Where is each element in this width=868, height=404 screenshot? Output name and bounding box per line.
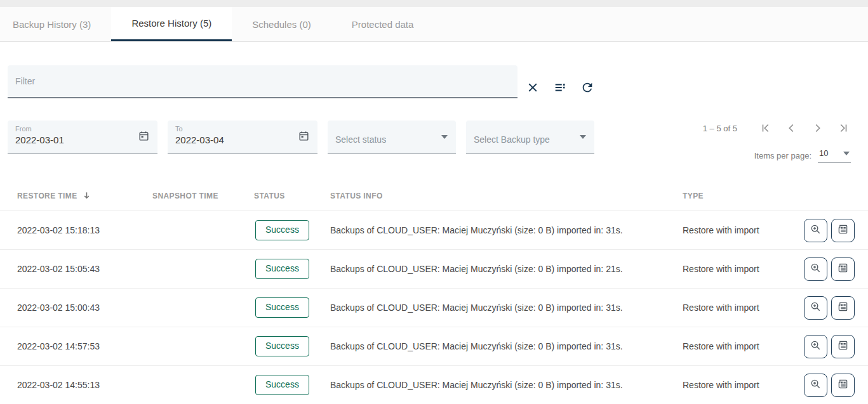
log-report-button[interactable] [831,296,855,320]
cell-type: Restore with import [683,341,792,351]
cell-status: Success [254,220,330,240]
cell-status-info: Backups of CLOUD_USER: Maciej Muczyński … [330,225,683,235]
log-report-button[interactable] [831,335,855,358]
items-per-page-select[interactable]: 10 [818,148,851,163]
to-date-field[interactable]: To 2022-03-04 [168,121,317,154]
cell-actions [792,374,868,397]
from-label: From [15,125,150,133]
newspaper-icon [837,301,849,315]
cell-status-info: Backups of CLOUD_USER: Maciej Muczyński … [330,341,683,351]
next-page-button[interactable] [805,121,830,136]
pagination-range: 1 – 5 of 5 [703,124,737,133]
inspect-button[interactable] [804,296,827,320]
clear-filter-button[interactable] [524,80,541,96]
from-date-field[interactable]: From 2022-03-01 [8,121,157,154]
to-label: To [175,125,310,133]
tab-bar: Backup History (3) Restore History (5) S… [0,7,868,42]
chevron-down-icon [843,152,850,155]
items-per-page-label: Items per page: [754,151,811,160]
cell-status-info: Backups of CLOUD_USER: Maciej Muczyński … [330,380,683,390]
zoom-in-icon [810,262,822,276]
inspect-button[interactable] [804,257,827,281]
table-row: 2022-03-02 15:18:13 Success Backups of C… [0,211,868,250]
cell-status-info: Backups of CLOUD_USER: Maciej Muczyński … [330,264,683,274]
top-strip [0,0,868,7]
tab-backup-history[interactable]: Backup History (3) [0,7,111,41]
newspaper-icon [837,378,849,392]
to-value: 2022-03-04 [175,134,310,145]
status-badge: Success [255,375,309,394]
first-page-button[interactable] [754,121,779,136]
backup-type-select[interactable]: Select Backup type [466,121,594,154]
status-badge: Success [255,297,309,317]
cell-type: Restore with import [683,264,792,274]
inspect-button[interactable] [804,335,827,358]
status-badge: Success [255,259,309,278]
filter-row [0,42,868,98]
log-report-button[interactable] [831,374,855,397]
inspect-button[interactable] [804,219,827,242]
chevron-down-icon [580,135,586,139]
header-restore-time-label: RESTORE TIME [17,192,77,200]
cell-actions [792,257,868,281]
sort-descending-icon [82,191,91,200]
items-per-page: Items per page: 10 [754,148,851,163]
inspect-button[interactable] [804,374,827,397]
previous-page-button[interactable] [779,121,805,136]
header-type[interactable]: TYPE [683,192,792,200]
last-page-button[interactable] [830,121,855,136]
table-row: 2022-03-02 15:00:43 Success Backups of C… [0,289,868,327]
cell-status: Success [254,259,330,278]
header-restore-time[interactable]: RESTORE TIME [0,191,152,200]
tab-schedules[interactable]: Schedules (0) [232,7,331,41]
log-report-button[interactable] [831,219,855,242]
restore-history-table: RESTORE TIME SNAPSHOT TIME STATUS STATUS… [0,181,868,404]
pagination: 1 – 5 of 5 [703,121,855,136]
cell-restore-time: 2022-03-02 14:57:53 [0,341,152,351]
filter-field[interactable] [8,65,517,98]
table-header-row: RESTORE TIME SNAPSHOT TIME STATUS STATUS… [0,181,868,211]
table-row: 2022-03-02 14:57:53 Success Backups of C… [0,327,868,366]
cell-actions [792,335,868,358]
filter-menu-icon [553,81,567,96]
zoom-in-icon [810,301,822,315]
filters-section: From 2022-03-01 To 2022-03-04 [0,42,868,181]
items-per-page-value: 10 [819,148,828,158]
newspaper-icon [837,262,849,276]
table-row: 2022-03-02 14:55:13 Success Backups of C… [0,366,868,404]
cell-type: Restore with import [683,225,792,235]
filter-actions [524,80,596,96]
status-select-placeholder: Select status [335,134,386,145]
cell-status: Success [254,336,330,356]
cell-restore-time: 2022-03-02 14:55:13 [0,380,152,390]
header-status-info[interactable]: STATUS INFO [330,192,683,200]
header-status[interactable]: STATUS [254,192,330,200]
status-badge: Success [255,220,309,240]
calendar-icon[interactable] [298,130,310,145]
cell-status-info: Backups of CLOUD_USER: Maciej Muczyński … [330,303,683,313]
close-icon [526,81,540,96]
table-row: 2022-03-02 15:05:43 Success Backups of C… [0,250,868,289]
cell-restore-time: 2022-03-02 15:00:43 [0,303,152,313]
tab-protected-data[interactable]: Protected data [331,7,434,41]
status-select[interactable]: Select status [328,121,456,154]
header-snapshot-time[interactable]: SNAPSHOT TIME [152,192,254,200]
zoom-in-icon [810,223,822,237]
cell-actions [792,296,868,320]
calendar-icon[interactable] [138,130,150,145]
chevron-down-icon [441,135,448,139]
cell-restore-time: 2022-03-02 15:05:43 [0,264,152,274]
refresh-button[interactable] [579,80,596,96]
status-badge: Success [255,336,309,356]
filter-menu-button[interactable] [552,80,568,96]
log-report-button[interactable] [831,257,855,281]
zoom-in-icon [810,339,822,353]
cell-status: Success [254,297,330,317]
cell-type: Restore with import [683,380,792,390]
newspaper-icon [837,339,849,353]
cell-restore-time: 2022-03-02 15:18:13 [0,225,152,235]
tab-restore-history[interactable]: Restore History (5) [111,7,232,41]
cell-type: Restore with import [683,303,792,313]
cell-status: Success [254,375,330,394]
filter-input[interactable] [15,76,510,86]
